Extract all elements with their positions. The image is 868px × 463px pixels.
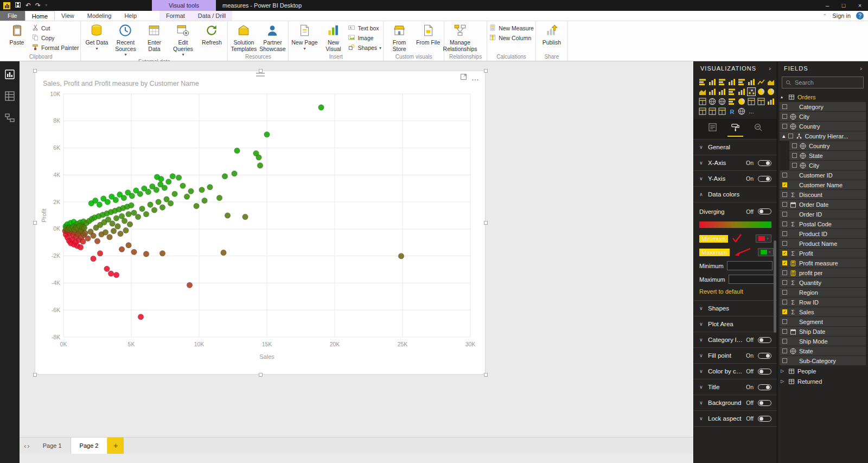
x-axis-toggle[interactable] bbox=[758, 160, 771, 166]
ribbon-tab-data-drill[interactable]: Data / Drill bbox=[192, 11, 232, 21]
resize-handle[interactable] bbox=[259, 69, 263, 73]
visual-options-ellipsis[interactable]: … bbox=[471, 73, 480, 82]
field-row-ship-mode[interactable]: Ship Mode bbox=[780, 337, 866, 346]
scatter-point[interactable] bbox=[91, 233, 97, 239]
scatter-point[interactable] bbox=[222, 174, 228, 180]
chevron-down-icon[interactable]: ∨ bbox=[699, 144, 705, 150]
format-section-x-axis[interactable]: ∨X-AxisOn bbox=[694, 155, 777, 171]
scatter-point[interactable] bbox=[127, 221, 133, 227]
multi-row-card-icon[interactable] bbox=[757, 97, 765, 106]
report-view-icon[interactable] bbox=[4, 69, 15, 82]
resize-handle[interactable] bbox=[484, 373, 488, 377]
ribbon-publish-button[interactable]: Publish bbox=[538, 22, 566, 52]
resize-handle[interactable] bbox=[259, 373, 263, 377]
resize-handle[interactable] bbox=[33, 69, 37, 73]
line-and-clustered-column-chart-icon[interactable] bbox=[718, 87, 726, 96]
chevron-down-icon[interactable]: ∨ bbox=[699, 306, 705, 311]
scatter-point[interactable] bbox=[115, 224, 121, 230]
treemap-icon[interactable] bbox=[698, 97, 707, 106]
ribbon-from-store-button[interactable]: From Store bbox=[385, 22, 413, 53]
resize-handle[interactable] bbox=[33, 221, 37, 225]
scatter-point[interactable] bbox=[108, 271, 114, 277]
ribbon-shapes-button[interactable]: Shapes▾ bbox=[348, 43, 381, 52]
ribbon-text-box-button[interactable]: AText box bbox=[348, 24, 381, 33]
field-checkbox-ship-mode[interactable] bbox=[782, 339, 787, 344]
scatter-point[interactable] bbox=[264, 131, 270, 137]
scatter-point[interactable] bbox=[121, 195, 127, 201]
format-section-color-by-category[interactable]: ∨Color by cat...Off bbox=[694, 364, 777, 379]
format-section-data-colors[interactable]: ∧Data colors bbox=[694, 187, 777, 202]
field-checkbox-country[interactable] bbox=[792, 143, 797, 148]
scatter-point[interactable] bbox=[107, 234, 113, 240]
close-button[interactable]: × bbox=[852, 0, 868, 11]
ribbon-from-file-button[interactable]: From File bbox=[414, 22, 442, 52]
ribbon-get-data-button[interactable]: Get Data▾ bbox=[82, 22, 111, 52]
save-button[interactable] bbox=[15, 2, 21, 9]
collapse-fields-pane-icon[interactable]: › bbox=[860, 65, 863, 72]
expander-icon[interactable]: ▷ bbox=[781, 369, 786, 373]
format-section-background[interactable]: ∨BackgroundOff bbox=[694, 395, 777, 411]
ribbon-tab-file[interactable]: File bbox=[0, 11, 25, 21]
analytics-tab[interactable] bbox=[750, 122, 766, 137]
chevron-down-icon[interactable]: ∨ bbox=[699, 416, 705, 421]
fill-point-toggle[interactable] bbox=[758, 353, 771, 359]
ribbon-new-column-button[interactable]: New Column bbox=[489, 34, 534, 42]
field-row-quantity[interactable]: ΣQuantity bbox=[780, 278, 866, 287]
field-checkbox-row-id[interactable] bbox=[782, 300, 787, 305]
scatter-point[interactable] bbox=[129, 193, 135, 199]
minimum-value-input[interactable] bbox=[727, 261, 773, 270]
scatter-point[interactable] bbox=[126, 243, 132, 249]
card-icon[interactable] bbox=[747, 97, 756, 106]
ribbon-image-button[interactable]: Image bbox=[348, 34, 381, 42]
field-checkbox-sales[interactable]: ✓ bbox=[782, 309, 787, 314]
field-row-state[interactable]: State bbox=[789, 151, 866, 160]
title-toggle[interactable] bbox=[758, 384, 771, 390]
ribbon-edit-queries-button[interactable]: Edit Queries▾ bbox=[169, 22, 197, 58]
expander-icon[interactable]: ▴ bbox=[782, 132, 786, 139]
field-row-country[interactable]: Country bbox=[789, 141, 866, 150]
resize-handle[interactable] bbox=[484, 221, 488, 225]
scatter-point[interactable] bbox=[194, 203, 200, 209]
undo-button[interactable]: ↶ bbox=[25, 2, 31, 9]
field-checkbox-profit-measure[interactable]: ✓ bbox=[782, 261, 787, 265]
relationships-view-icon[interactable] bbox=[4, 112, 15, 125]
scatter-point[interactable] bbox=[168, 200, 174, 206]
scatter-point[interactable] bbox=[85, 236, 91, 242]
chevron-down-icon[interactable]: ∨ bbox=[699, 369, 705, 374]
scatter-point[interactable] bbox=[159, 250, 165, 256]
scatter-point[interactable] bbox=[143, 251, 149, 257]
field-search-input[interactable]: Search bbox=[782, 77, 864, 88]
chevron-down-icon[interactable]: ∨ bbox=[699, 160, 705, 166]
scatter-point[interactable] bbox=[123, 227, 129, 233]
field-row-country-hierar[interactable]: ▴Country Hierar... bbox=[780, 131, 866, 141]
scatter-point[interactable] bbox=[122, 218, 127, 224]
slicer-icon[interactable] bbox=[698, 107, 707, 116]
chevron-down-icon[interactable]: ∨ bbox=[699, 353, 705, 358]
scatter-point[interactable] bbox=[97, 202, 103, 208]
scatter-point[interactable] bbox=[143, 211, 149, 217]
scatter-point[interactable] bbox=[103, 230, 108, 236]
scatter-point[interactable] bbox=[202, 198, 208, 204]
pie-chart-icon[interactable] bbox=[757, 87, 765, 96]
matrix-icon[interactable] bbox=[718, 107, 726, 116]
scatter-point[interactable] bbox=[234, 148, 240, 154]
visual-drag-grip[interactable] bbox=[256, 73, 265, 77]
scatter-point[interactable] bbox=[257, 163, 263, 169]
field-row-product-id[interactable]: Product ID bbox=[780, 229, 866, 238]
resize-handle[interactable] bbox=[484, 69, 488, 73]
stacked-column-chart-icon[interactable] bbox=[708, 78, 717, 86]
format-section-y-axis[interactable]: ∨Y-AxisOn bbox=[694, 171, 777, 187]
scatter-point[interactable] bbox=[113, 215, 119, 221]
hundred-percent-stacked-column-chart-icon[interactable] bbox=[747, 78, 756, 86]
field-row-profit-measure[interactable]: ✓Profit measure bbox=[780, 258, 866, 268]
ribbon-manage-relationships-button[interactable]: Manage Relationships bbox=[446, 22, 474, 53]
field-checkbox-state[interactable] bbox=[792, 153, 797, 158]
scatter-point[interactable] bbox=[188, 188, 194, 194]
ribbon-tab-help[interactable]: Help bbox=[118, 11, 143, 21]
scatter-point[interactable] bbox=[166, 179, 172, 185]
scatter-point[interactable] bbox=[242, 214, 248, 220]
category-labels-toggle[interactable] bbox=[758, 337, 771, 343]
hundred-percent-stacked-bar-chart-icon[interactable] bbox=[737, 78, 746, 86]
scatter-point[interactable] bbox=[225, 213, 231, 219]
table-row-people[interactable]: ▷People bbox=[777, 366, 868, 376]
